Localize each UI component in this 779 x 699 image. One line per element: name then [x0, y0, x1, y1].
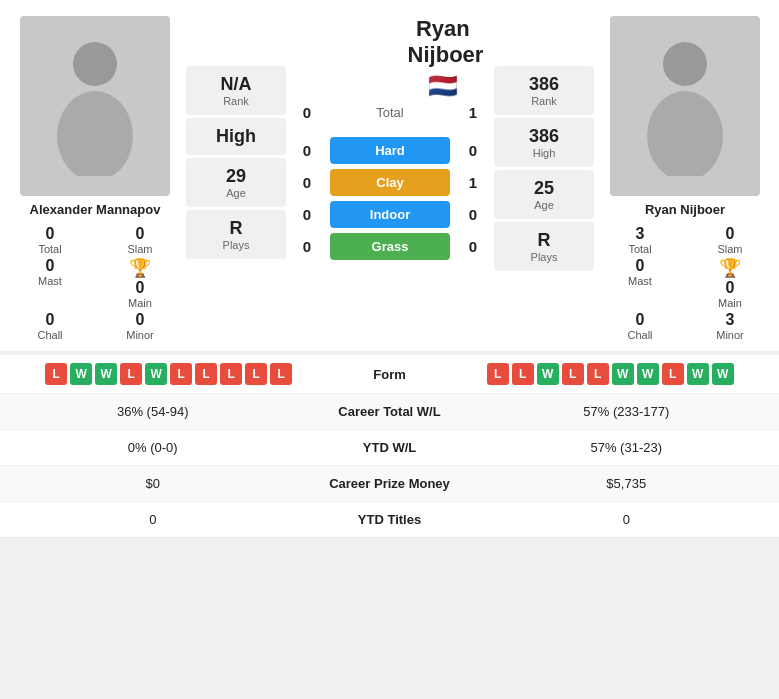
right-main-val: 0	[726, 279, 735, 297]
svg-point-1	[57, 91, 133, 176]
stat-row-1: 0% (0-0) YTD W/L 57% (31-23)	[0, 430, 779, 466]
left-chall-val: 0	[10, 311, 90, 329]
surface-btn-clay[interactable]: Clay	[330, 169, 450, 196]
svg-point-0	[73, 42, 117, 86]
left-avatar-silhouette	[50, 36, 140, 176]
right-form-badge-7: L	[662, 363, 684, 385]
total-left-score: 0	[292, 104, 322, 121]
left-trophy-icon: 🏆	[129, 257, 151, 279]
right-form-badge-2: W	[537, 363, 559, 385]
right-slam-label: Slam	[690, 243, 770, 255]
stat-right-val-1: 57% (31-23)	[490, 440, 764, 455]
left-main-val: 0	[136, 279, 145, 297]
left-high-box: High	[186, 118, 286, 155]
right-form-badge-8: W	[687, 363, 709, 385]
left-mast-label: Mast	[38, 275, 62, 287]
left-form-badge-9: L	[270, 363, 292, 385]
right-form-badge-3: L	[562, 363, 584, 385]
left-player-name: Alexander Mannapov	[30, 202, 161, 217]
center-section: Ryan Nijboer 🇳🇱 0 Total 1 0 Hard 0 0 Cla…	[292, 16, 488, 265]
right-minor-val: 3	[690, 311, 770, 329]
left-rank-box: N/A Rank	[186, 66, 286, 115]
right-rank-box: 386 Rank	[494, 66, 594, 115]
surface-row-indoor: 0 Indoor 0	[292, 201, 488, 228]
bottom-section: LWWLWLLLLL Form LLWLLWWLWW 36% (54-94) C…	[0, 355, 779, 538]
right-high-label: High	[500, 147, 588, 159]
surface-rows: 0 Hard 0 0 Clay 1 0 Indoor 0 0 Grass 0	[292, 137, 488, 265]
surface-right-score-hard: 0	[458, 142, 488, 159]
right-total-val: 3	[600, 225, 680, 243]
right-trophy-icon: 🏆	[719, 257, 741, 279]
stat-left-val-1: 0% (0-0)	[16, 440, 290, 455]
right-age-label: Age	[500, 199, 588, 211]
right-form-badges: LLWLLWWLWW	[458, 363, 764, 385]
right-player-stats: 3 Total 0 Slam 0 Mast 🏆 0 Main 0 Chall 3	[600, 225, 770, 341]
stat-left-val-2: $0	[16, 476, 290, 491]
surface-row-grass: 0 Grass 0	[292, 233, 488, 260]
left-age-label: Age	[192, 187, 280, 199]
stat-center-label-2: Career Prize Money	[290, 476, 490, 491]
left-form-badge-3: L	[120, 363, 142, 385]
right-mast-val: 0	[636, 257, 645, 275]
stat-center-label-0: Career Total W/L	[290, 404, 490, 419]
stat-row-0: 36% (54-94) Career Total W/L 57% (233-17…	[0, 394, 779, 430]
left-rank-label: Rank	[192, 95, 280, 107]
right-plays-box: R Plays	[494, 222, 594, 271]
left-form-badges: LWWLWLLLLL	[16, 363, 322, 385]
left-chall-label: Chall	[10, 329, 90, 341]
right-avatar-silhouette	[640, 36, 730, 176]
right-chall-val: 0	[600, 311, 680, 329]
right-slam-val: 0	[690, 225, 770, 243]
left-player-avatar	[20, 16, 170, 196]
total-row: 0 Total 1	[292, 104, 488, 121]
right-form-badge-6: W	[637, 363, 659, 385]
right-main-label: Main	[718, 297, 742, 309]
left-age-box: 29 Age	[186, 158, 286, 207]
right-player-card: Ryan Nijboer 3 Total 0 Slam 0 Mast 🏆 0 M…	[600, 16, 770, 341]
stat-rows: 36% (54-94) Career Total W/L 57% (233-17…	[0, 394, 779, 538]
left-form-badge-5: L	[170, 363, 192, 385]
left-slam-label: Slam	[100, 243, 180, 255]
right-plays-val: R	[500, 230, 588, 251]
right-form-badge-4: L	[587, 363, 609, 385]
stat-right-val-0: 57% (233-177)	[490, 404, 764, 419]
left-plays-val: R	[192, 218, 280, 239]
total-right-score: 1	[458, 104, 488, 121]
right-total-label: Total	[600, 243, 680, 255]
surface-left-score-indoor: 0	[292, 206, 322, 223]
left-form-badge-6: L	[195, 363, 217, 385]
right-mast-label: Mast	[628, 275, 652, 287]
left-minor-label: Minor	[100, 329, 180, 341]
right-chall-label: Chall	[600, 329, 680, 341]
stat-right-val-3: 0	[490, 512, 764, 527]
left-mast-val: 0	[46, 257, 55, 275]
surface-left-score-clay: 0	[292, 174, 322, 191]
right-rank-val: 386	[500, 74, 588, 95]
left-total-val: 0	[10, 225, 90, 243]
left-rank-val: N/A	[192, 74, 280, 95]
form-label: Form	[330, 367, 450, 382]
left-form-badge-8: L	[245, 363, 267, 385]
surface-right-score-indoor: 0	[458, 206, 488, 223]
right-high-box: 386 High	[494, 118, 594, 167]
stat-row-3: 0 YTD Titles 0	[0, 502, 779, 538]
surface-btn-indoor[interactable]: Indoor	[330, 201, 450, 228]
left-total-label: Total	[10, 243, 90, 255]
surface-right-score-grass: 0	[458, 238, 488, 255]
right-form-badge-1: L	[512, 363, 534, 385]
surface-left-score-grass: 0	[292, 238, 322, 255]
left-form-badge-0: L	[45, 363, 67, 385]
right-minor-label: Minor	[690, 329, 770, 341]
surface-btn-grass[interactable]: Grass	[330, 233, 450, 260]
right-player-name-header: Ryan Nijboer	[408, 16, 478, 68]
stat-right-val-2: $5,735	[490, 476, 764, 491]
left-middle-stats: N/A Rank High 29 Age R Plays	[186, 66, 286, 259]
right-form-badge-5: W	[612, 363, 634, 385]
right-plays-label: Plays	[500, 251, 588, 263]
left-form-badge-2: W	[95, 363, 117, 385]
stat-center-label-1: YTD W/L	[290, 440, 490, 455]
stat-left-val-0: 36% (54-94)	[16, 404, 290, 419]
svg-point-2	[663, 42, 707, 86]
left-main-label: Main	[128, 297, 152, 309]
surface-btn-hard[interactable]: Hard	[330, 137, 450, 164]
